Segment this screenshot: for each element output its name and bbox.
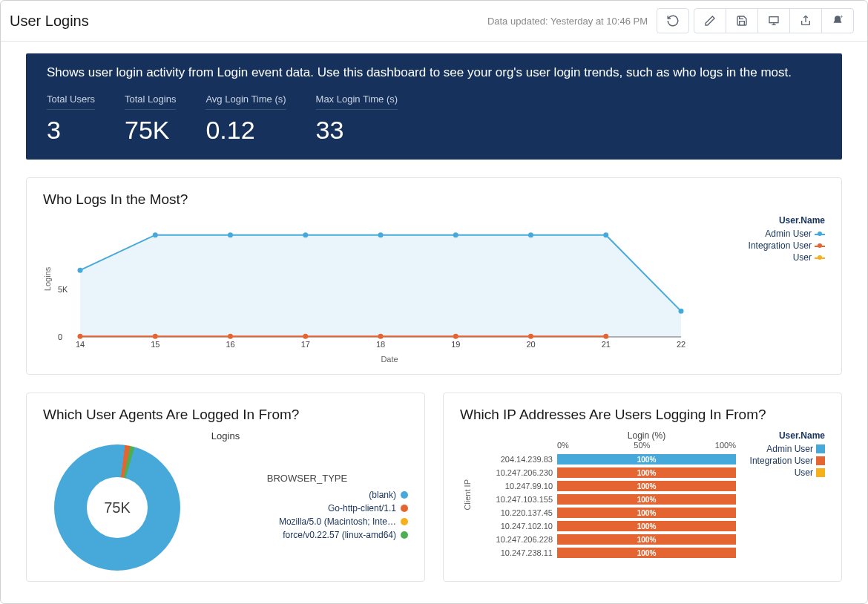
banner-description: Shows user login activity from Login eve… (47, 65, 821, 80)
legend-item[interactable]: User (742, 467, 825, 478)
x-tick: 21 (602, 340, 611, 349)
svg-point-6 (303, 232, 308, 237)
x-tick: 22 (677, 340, 685, 349)
ip-bar-chart[interactable]: Login (%) 0%50%100% 204.14.239.83 100%10… (472, 430, 736, 559)
ip-row[interactable]: 10.247.102.10 100% (472, 519, 736, 533)
summary-banner: Shows user login activity from Login eve… (26, 53, 842, 160)
legend-item[interactable]: Integration User (736, 240, 825, 251)
summary-label: Avg Login Time (s) (206, 93, 286, 110)
y-axis-label: Logins (43, 267, 52, 291)
save-button[interactable] (726, 8, 758, 33)
legend-title: BROWSER_TYPE (206, 473, 408, 484)
header-bar: User Logins Data updated: Yesterday at 1… (1, 1, 867, 42)
ip-row[interactable]: 10.247.99.10 100% (472, 479, 736, 493)
summary-value: 75K (125, 116, 176, 145)
svg-point-11 (679, 309, 684, 314)
ip-label: 10.247.206.228 (472, 535, 557, 544)
summary-value: 0.12 (206, 116, 286, 145)
svg-point-19 (603, 334, 608, 339)
x-tick: 15 (151, 340, 160, 349)
legend-item[interactable]: Mozilla/5.0 (Macintosh; Inte… (206, 516, 408, 527)
legend-item[interactable]: Admin User (742, 444, 825, 454)
x-tick: 100% (715, 441, 736, 450)
notifications-button[interactable]: + (821, 8, 854, 33)
legend-item[interactable]: Integration User (742, 456, 825, 466)
x-tick: 16 (226, 340, 234, 349)
svg-point-3 (78, 268, 83, 273)
svg-rect-0 (769, 17, 778, 23)
x-axis-label: Date (381, 355, 398, 364)
legend-item[interactable]: Go-http-client/1.1 (206, 503, 408, 513)
ip-label: 204.14.239.83 (472, 455, 557, 464)
donut-center-label: 75K (54, 444, 180, 571)
svg-point-17 (453, 334, 458, 339)
summary-value: 33 (316, 116, 398, 145)
undo-icon (666, 14, 680, 27)
summary-label: Max Login Time (s) (316, 93, 398, 110)
summary-value: 3 (47, 116, 95, 145)
donut-legend: BROWSER_TYPE (blank)Go-http-client/1.1Mo… (191, 473, 408, 543)
ip-row[interactable]: 10.247.103.155 100% (472, 493, 736, 506)
ip-bar: 100% (557, 454, 736, 465)
x-tick: 50% (634, 441, 650, 450)
svg-point-5 (228, 232, 233, 237)
panel-who-logs-in: Who Logs In the Most? Logins 05K14151617… (26, 177, 842, 375)
share-icon (800, 15, 812, 27)
legend-item[interactable]: User (736, 252, 825, 263)
share-button[interactable] (789, 8, 822, 33)
x-tick: 20 (526, 340, 535, 349)
ip-bar: 100% (557, 467, 736, 478)
panel-ip-addresses: Which IP Addresses Are Users Logging In … (443, 393, 842, 582)
ip-bar: 100% (557, 521, 736, 531)
data-updated-label: Data updated: Yesterday at 10:46 PM (487, 16, 648, 27)
ip-label: 10.220.137.45 (472, 508, 557, 517)
svg-text:+: + (840, 15, 843, 19)
svg-point-9 (528, 232, 533, 237)
presentation-icon (768, 15, 780, 27)
x-tick: 0% (557, 441, 569, 450)
ip-axis-title: Login (%) (557, 430, 736, 441)
summary-item: Avg Login Time (s)0.12 (206, 93, 286, 145)
svg-point-14 (228, 334, 233, 339)
present-button[interactable] (757, 8, 790, 33)
ip-legend: User.Name Admin UserIntegration UserUser (736, 430, 825, 559)
panel-title: Which User Agents Are Logged In From? (43, 407, 408, 423)
svg-point-4 (153, 232, 158, 237)
svg-point-10 (603, 232, 608, 237)
line-legend: User.Name Admin UserIntegration UserUser (736, 215, 825, 364)
summary-item: Total Users3 (47, 93, 95, 145)
x-tick: 14 (76, 340, 85, 349)
ip-bar: 100% (557, 481, 736, 491)
x-tick: 17 (301, 340, 310, 349)
edit-button[interactable] (694, 8, 726, 33)
donut-metric-label: Logins (43, 430, 408, 441)
legend-item[interactable]: Admin User (736, 229, 825, 239)
ip-row[interactable]: 10.247.206.228 100% (472, 533, 736, 546)
svg-point-16 (378, 334, 384, 339)
ip-row[interactable]: 10.247.238.11 100% (472, 546, 736, 559)
panel-title: Who Logs In the Most? (43, 191, 825, 208)
ip-row[interactable]: 10.220.137.45 100% (472, 506, 736, 519)
undo-button[interactable] (657, 8, 689, 33)
summary-item: Total Logins75K (125, 93, 176, 145)
ip-label: 10.247.103.155 (472, 495, 557, 504)
ip-bar: 100% (557, 534, 736, 545)
donut-chart[interactable]: 75K (54, 444, 180, 571)
legend-item[interactable]: force/v0.22.57 (linux-amd64) (206, 530, 408, 540)
line-chart[interactable]: Logins 05K141516171819202122Date (43, 215, 736, 364)
ip-row[interactable]: 10.247.206.230 100% (472, 466, 736, 479)
toolbar-group: + (694, 8, 858, 33)
svg-point-15 (303, 334, 308, 339)
ip-label: 10.247.238.11 (472, 548, 557, 557)
svg-point-12 (78, 334, 83, 339)
y-tick: 0 (58, 332, 62, 341)
save-icon (736, 15, 748, 27)
ip-bar: 100% (557, 548, 736, 558)
y-tick: 5K (58, 285, 68, 294)
ip-row[interactable]: 204.14.239.83 100% (472, 453, 736, 466)
svg-point-13 (153, 334, 158, 339)
ip-label: 10.247.99.10 (472, 482, 557, 490)
x-tick: 19 (451, 340, 460, 349)
legend-item[interactable]: (blank) (206, 490, 408, 500)
panel-title: Which IP Addresses Are Users Logging In … (460, 407, 825, 423)
